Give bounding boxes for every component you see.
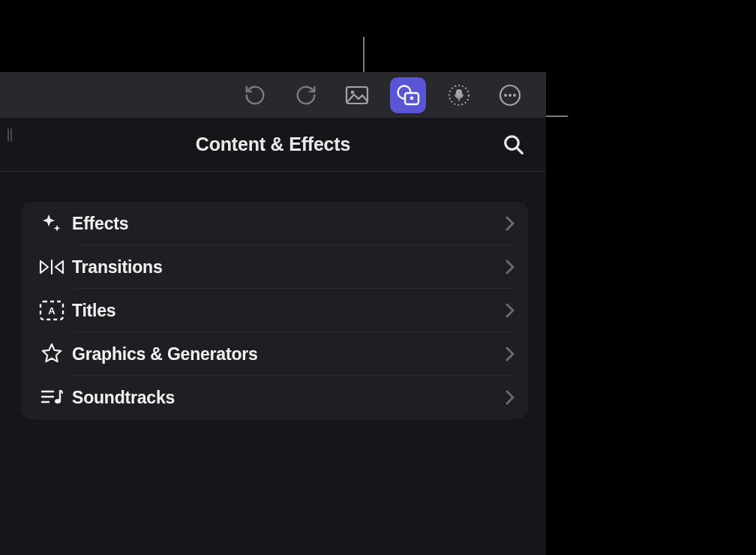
categories-list-wrap: Effects Transitions [0,172,546,419]
more-button[interactable] [492,77,528,113]
svg-line-10 [517,148,522,153]
content-effects-tab-button[interactable] [390,77,426,113]
photos-tab-button[interactable] [339,77,375,113]
search-button[interactable] [502,134,525,156]
svg-text:A: A [48,305,56,316]
undo-button[interactable] [237,77,273,113]
voiceover-icon [447,83,471,107]
voiceover-button[interactable] [441,77,477,113]
svg-point-16 [55,399,61,404]
undo-icon [244,84,266,106]
category-transitions[interactable]: Transitions [21,245,528,289]
svg-point-1 [351,91,354,94]
category-label: Graphics & Generators [72,344,506,364]
toolbar [0,73,546,118]
sparkles-icon [32,212,72,236]
chevron-right-icon [506,390,514,405]
drag-handle-icon [8,128,12,142]
svg-point-6 [504,94,507,97]
soundtracks-icon [32,387,72,408]
chevron-right-icon [506,260,514,274]
category-graphics-generators[interactable]: Graphics & Generators [21,332,528,376]
panel-header: Content & Effects [0,118,546,172]
redo-icon [295,84,317,106]
photo-icon [345,86,369,105]
category-label: Titles [72,301,506,321]
panel-title: Content & Effects [0,134,546,155]
category-label: Effects [72,214,506,234]
more-icon [498,83,522,107]
transitions-icon [32,259,72,275]
category-label: Soundtracks [72,388,506,408]
svg-rect-0 [346,87,368,104]
redo-button[interactable] [288,77,324,113]
categories-list: Effects Transitions [21,202,528,419]
svg-point-8 [513,94,516,97]
category-titles[interactable]: A Titles [21,289,528,332]
chevron-right-icon [506,216,514,231]
content-effects-panel: Content & Effects Effects [0,72,546,555]
category-label: Transitions [72,257,506,278]
chevron-right-icon [506,346,514,362]
titles-icon: A [32,300,72,321]
svg-point-7 [508,94,512,97]
star-icon [32,343,72,365]
category-soundtracks[interactable]: Soundtracks [21,376,528,419]
content-effects-icon [395,84,421,106]
search-icon [502,134,525,156]
category-effects[interactable]: Effects [21,202,528,245]
chevron-right-icon [506,303,514,318]
